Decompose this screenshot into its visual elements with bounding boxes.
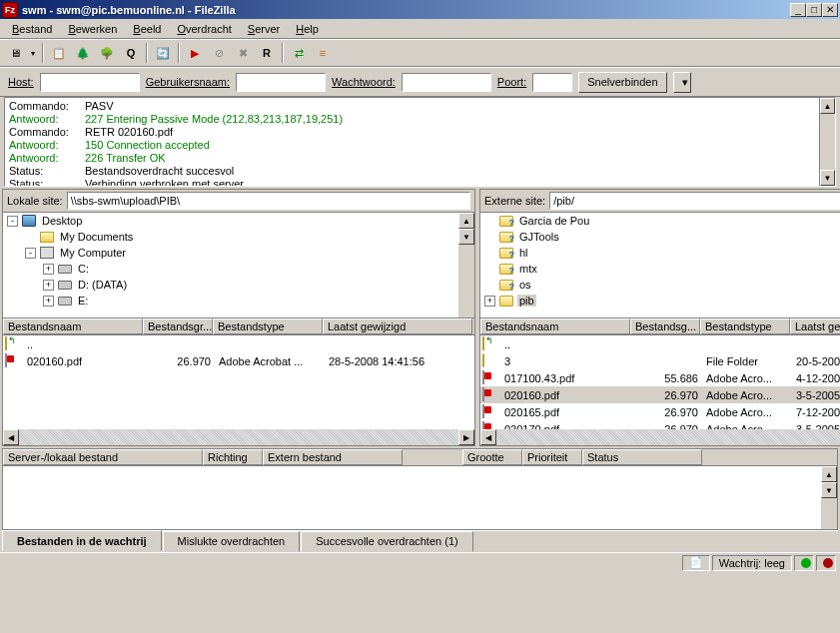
transfer-queue: Server-/lokaal bestandRichtingExtern bes… [2, 448, 838, 530]
column-header[interactable]: Prioriteit [522, 449, 582, 465]
log-line: Commando:PASV [9, 100, 831, 113]
host-input[interactable] [40, 73, 140, 92]
column-header[interactable]: Grootte [462, 449, 522, 465]
expand-toggle[interactable]: - [25, 248, 36, 259]
remote-hscroll[interactable]: ◀▶ [480, 429, 840, 445]
toggle-log-button[interactable]: 📋 [48, 42, 70, 64]
toggle-remotetree-button[interactable]: 🌳 [96, 42, 118, 64]
column-header[interactable]: Server-/lokaal bestand [3, 449, 203, 465]
titlebar: Fz swm - swm@pic.bemuonline.nl - FileZil… [0, 0, 840, 19]
cell-size: 26.970 [632, 406, 702, 418]
cell-date: 7-12-2004 [792, 406, 840, 418]
process-queue-button[interactable]: ▶ [184, 42, 206, 64]
menu-overdracht[interactable]: Overdracht [169, 21, 239, 37]
menu-bestand[interactable]: Bestand [4, 21, 60, 37]
log-scrollbar[interactable]: ▲▼ [819, 98, 835, 186]
column-header[interactable]: Status [582, 449, 702, 465]
column-header[interactable]: Laatst gewijzigd [323, 318, 472, 334]
refresh-button[interactable]: 🔄 [152, 42, 174, 64]
pdf-icon [482, 371, 498, 385]
list-item[interactable]: .. [3, 335, 474, 352]
tab[interactable]: Succesvolle overdrachten (1) [301, 531, 472, 552]
user-input[interactable] [236, 73, 326, 92]
column-header[interactable]: Bestandstype [700, 318, 790, 334]
list-item[interactable]: 020160.pdf26.970Adobe Acrobat ...28-5-20… [3, 352, 474, 369]
list-item[interactable]: 017100.43.pdf55.686Adobe Acro...4-12-200… [480, 369, 840, 386]
close-button[interactable]: ✕ [822, 3, 838, 17]
local-list[interactable]: ..020160.pdf26.970Adobe Acrobat ...28-5-… [3, 335, 474, 445]
menu-beeld[interactable]: Beeld [125, 21, 169, 37]
tree-node[interactable]: My Documents [3, 229, 474, 245]
column-header[interactable]: Bestandsnaam [480, 318, 630, 334]
list-item[interactable]: 020160.pdf26.970Adobe Acro...3-5-2005 [480, 386, 840, 403]
tree-node[interactable]: -Desktop [3, 213, 474, 229]
queue-header[interactable]: Server-/lokaal bestandRichtingExtern bes… [3, 449, 837, 466]
tree-node[interactable]: hl [480, 245, 840, 261]
menu-server[interactable]: Server [240, 21, 288, 37]
port-input[interactable] [532, 73, 572, 92]
host-label: Host: [8, 76, 34, 88]
sitemanager-dropdown[interactable]: ▾ [28, 42, 38, 64]
tree-node[interactable]: Garcia de Pou [480, 213, 840, 229]
menu-help[interactable]: Help [288, 21, 327, 37]
tree-node[interactable]: GJTools [480, 229, 840, 245]
filter-button[interactable]: ⇄ [288, 42, 310, 64]
tree-label: GJTools [517, 231, 561, 243]
tree-node[interactable]: +pib [480, 293, 840, 309]
column-header[interactable]: Bestandsnaam [3, 318, 143, 334]
remote-list-header[interactable]: BestandsnaamBestandsg...BestandstypeLaat… [480, 318, 840, 335]
column-header[interactable]: Bestandsg... [630, 318, 700, 334]
expand-toggle[interactable]: + [43, 296, 54, 307]
log-line: Commando:RETR 020160.pdf [9, 126, 831, 139]
menubar: BestandBewerkenBeeldOverdrachtServerHelp [0, 19, 840, 39]
queue-body[interactable]: ▲▼ [3, 466, 837, 529]
tab[interactable]: Mislukte overdrachten [163, 531, 301, 552]
cell-type: Adobe Acrobat ... [215, 355, 325, 367]
local-path-input[interactable] [67, 192, 470, 210]
tree-node[interactable]: +E: [3, 293, 474, 309]
remote-tree[interactable]: Garcia de PouGJToolshlmtxos+pib▲▼ [480, 213, 840, 318]
local-tree[interactable]: -DesktopMy Documents-My Computer+C:+D: (… [3, 213, 474, 318]
menu-bewerken[interactable]: Bewerken [60, 21, 125, 37]
expand-toggle[interactable]: + [43, 264, 54, 275]
tree-label: My Computer [58, 247, 128, 259]
quickconnect-dropdown[interactable]: ▾ [673, 72, 691, 93]
remote-list[interactable]: ..3File Folder20-5-2008 13:4...017100.43… [480, 335, 840, 445]
quickconnect-button[interactable]: Snelverbinden [578, 72, 666, 93]
column-header[interactable]: Extern bestand [263, 449, 403, 465]
tree-node[interactable]: mtx [480, 261, 840, 277]
remote-path-input[interactable] [549, 192, 840, 210]
list-item[interactable]: .. [480, 335, 840, 352]
tab[interactable]: Bestanden in de wachtrij [2, 530, 162, 551]
tree-node[interactable]: +C: [3, 261, 474, 277]
disconnect-button[interactable]: ✖ [232, 42, 254, 64]
reconnect-button[interactable]: R [256, 42, 278, 64]
maximize-button[interactable]: □ [806, 3, 822, 17]
tree-label: os [517, 279, 533, 291]
expand-toggle[interactable]: + [43, 280, 54, 291]
column-header[interactable]: Richting [203, 449, 263, 465]
minimize-button[interactable]: _ [790, 3, 806, 17]
compare-button[interactable]: ≡ [312, 42, 334, 64]
expand-toggle[interactable]: - [7, 216, 18, 227]
column-header[interactable]: Bestandsgr... [143, 318, 213, 334]
local-list-header[interactable]: BestandsnaamBestandsgr...BestandstypeLaa… [3, 318, 474, 335]
tree-node[interactable]: +D: (DATA) [3, 277, 474, 293]
expand-toggle[interactable]: + [484, 296, 495, 307]
status-dot-2 [823, 558, 833, 568]
cell-type: Adobe Acro... [702, 389, 792, 401]
pass-input[interactable] [402, 73, 491, 92]
sitemanager-button[interactable]: 🖥 [4, 42, 26, 64]
column-header[interactable]: Laatst gewijzigd [790, 318, 840, 334]
tree-node[interactable]: os [480, 277, 840, 293]
app-icon: Fz [2, 2, 18, 18]
list-item[interactable]: 020165.pdf26.970Adobe Acro...7-12-2004 [480, 403, 840, 420]
toggle-queue-button[interactable]: Q [120, 42, 142, 64]
tree-node[interactable]: -My Computer [3, 245, 474, 261]
cancel-button[interactable]: ⊘ [208, 42, 230, 64]
local-hscroll[interactable]: ◀▶ [3, 429, 474, 445]
cell-name: 3 [500, 355, 632, 367]
column-header[interactable]: Bestandstype [213, 318, 323, 334]
list-item[interactable]: 3File Folder20-5-2008 13:4... [480, 352, 840, 369]
toggle-localtree-button[interactable]: 🌲 [72, 42, 94, 64]
